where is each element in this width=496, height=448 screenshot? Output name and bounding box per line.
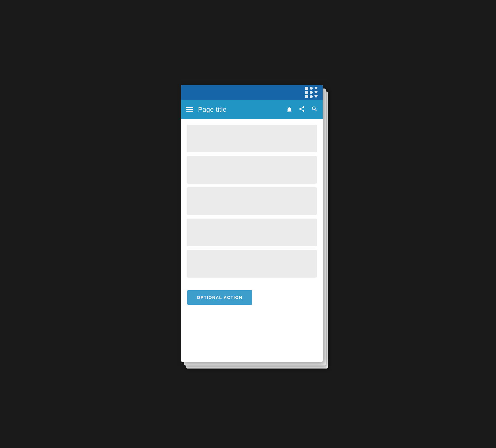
status-row-1 bbox=[305, 87, 318, 90]
status-tr-3 bbox=[314, 95, 318, 98]
list-item bbox=[187, 156, 317, 184]
status-ci-2 bbox=[310, 91, 313, 94]
page-title: Page title bbox=[198, 106, 281, 114]
phone-wrapper: Page title bbox=[170, 58, 326, 390]
phone-device: Page title bbox=[181, 85, 323, 362]
list-item bbox=[187, 125, 317, 152]
list-item bbox=[187, 219, 317, 246]
status-sq-3 bbox=[305, 95, 308, 98]
status-ci-1 bbox=[310, 87, 313, 90]
bell-icon[interactable] bbox=[286, 106, 293, 113]
status-tr-1 bbox=[314, 87, 318, 90]
list-item bbox=[187, 187, 317, 215]
menu-icon[interactable] bbox=[186, 107, 193, 112]
content-area bbox=[181, 119, 323, 283]
status-icons bbox=[305, 87, 318, 98]
app-bar-actions bbox=[286, 106, 318, 114]
optional-action-button[interactable]: OPTIONAL ACTION bbox=[187, 290, 252, 305]
search-icon[interactable] bbox=[311, 106, 318, 114]
app-bar: Page title bbox=[181, 100, 323, 119]
status-ci-3 bbox=[310, 95, 313, 98]
status-row-2 bbox=[305, 91, 318, 94]
status-bar bbox=[181, 85, 323, 100]
status-tr-2 bbox=[314, 91, 318, 94]
list-item bbox=[187, 250, 317, 278]
status-sq-2 bbox=[305, 91, 308, 94]
status-sq-1 bbox=[305, 87, 308, 90]
share-icon[interactable] bbox=[299, 106, 305, 114]
status-row-3 bbox=[305, 95, 318, 98]
bottom-area: OPTIONAL ACTION bbox=[181, 283, 323, 312]
